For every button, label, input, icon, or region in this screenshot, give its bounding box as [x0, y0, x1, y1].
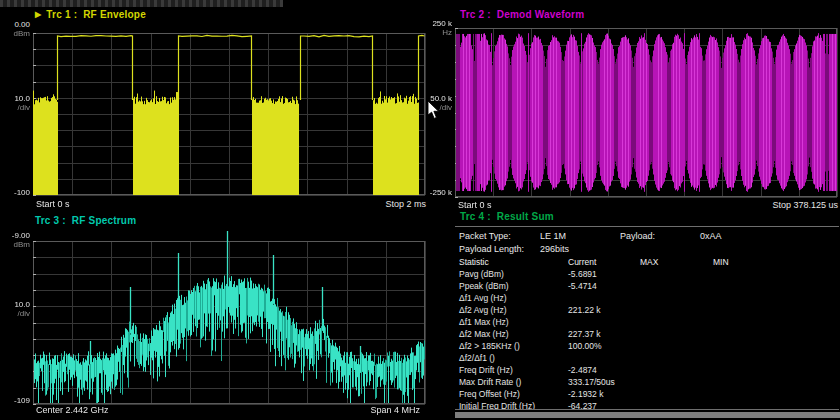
statistic-label: Pavg (dBm) [459, 268, 568, 280]
statistic-header-row: StatisticCurrentMAXMIN [459, 256, 839, 268]
statistic-value [640, 388, 713, 400]
demod-waveform-plot[interactable] [454, 26, 839, 200]
statistic-label: Δf2/Δf1 () [459, 352, 568, 364]
trc3-per-div-unit: /div [2, 309, 30, 318]
statistic-value [640, 400, 713, 410]
trc1-per-div: 10.0 [2, 94, 30, 103]
trc2-start-label: Start 0 s [458, 200, 492, 210]
statistic-value [640, 280, 713, 292]
trc3-ref-level: -9.00 [2, 231, 30, 240]
statistic-value: 333.17/50us [568, 376, 640, 388]
trace2-title: Trc 2 : Demod Waveform [460, 9, 584, 20]
statistic-value [568, 352, 640, 364]
window-texture-strip [0, 0, 283, 7]
statistic-value [713, 376, 839, 388]
trc2-stop-label: Stop 378.125 us [726, 200, 838, 210]
rf-spectrum-plot[interactable] [32, 227, 426, 407]
trc3-center-label: Center 2.442 GHz [36, 405, 109, 415]
info-row: Payload Length:296bits [459, 243, 839, 256]
info-cell: 296bits [540, 243, 620, 256]
statistic-value [640, 292, 713, 304]
trc1-stop-label: Stop 2 ms [336, 199, 426, 209]
mouse-cursor-icon [427, 101, 440, 120]
trc2-min-level: -250 k [424, 188, 452, 197]
info-cell: Payload: [620, 230, 700, 243]
statistic-value: -2.4874 [568, 364, 640, 376]
column-header: Statistic [459, 256, 568, 268]
statistic-label: Δf1 Max (Hz) [459, 316, 568, 328]
trace3-header[interactable]: Trc 3 : RF Spectrum [35, 215, 136, 226]
statistic-label: Δf2 Avg (Hz) [459, 304, 568, 316]
trace4-title: Trc 4 : Result Sum [460, 211, 554, 222]
statistic-label: Δf2 > 185KHz () [459, 340, 568, 352]
statistic-value: -64.237 [568, 400, 640, 410]
statistic-value [640, 328, 713, 340]
trc2-ref-unit: Hz [424, 28, 452, 37]
trc3-span-label: Span 4 MHz [326, 405, 420, 415]
statistic-value [640, 376, 713, 388]
analyzer-screen: ▶Trc 1 : RF Envelope 0.00 dBm 10.0 /div … [0, 0, 840, 420]
statistic-value [713, 352, 839, 364]
statistic-value [713, 400, 839, 410]
column-header: Current [568, 256, 640, 268]
trace1-title: Trc 1 : RF Envelope [46, 9, 146, 20]
statistic-value: 100.00% [568, 340, 640, 352]
table-row: Freq Drift (Hz)-2.4874 [459, 364, 839, 376]
statistic-label: Freq Offset (Hz) [459, 388, 568, 400]
table-row: Δf1 Avg (Hz) [459, 292, 839, 304]
statistic-value [640, 268, 713, 280]
trace4-header[interactable]: Trc 4 : Result Sum [460, 211, 554, 222]
trace-select-marker-icon: ▶ [35, 10, 41, 19]
info-cell: LE 1M [540, 230, 620, 243]
statistic-label: Ppeak (dBm) [459, 280, 568, 292]
statistic-label: Max Drift Rate () [459, 376, 568, 388]
statistic-value [713, 316, 839, 328]
statistic-value [713, 328, 839, 340]
info-cell: 0xAA [700, 230, 839, 243]
table-row: Freq Offset (Hz)-2.1932 k [459, 388, 839, 400]
table-row: Δf1 Max (Hz) [459, 316, 839, 328]
statistic-label: Δf1 Avg (Hz) [459, 292, 568, 304]
statistic-value [713, 292, 839, 304]
table-row: Pavg (dBm)-5.6891 [459, 268, 839, 280]
info-row: Packet Type:LE 1MPayload:0xAA [459, 230, 839, 243]
statistic-value [640, 340, 713, 352]
statistic-value [640, 364, 713, 376]
statistic-value [568, 316, 640, 328]
trc3-per-div: 10.0 [2, 300, 30, 309]
table-row: Δf2 > 185KHz ()100.00% [459, 340, 839, 352]
info-cell [700, 243, 839, 256]
info-cell [620, 243, 700, 256]
rf-envelope-plot[interactable] [32, 26, 426, 198]
trc1-ref-unit: dBm [2, 29, 30, 38]
statistic-value [640, 352, 713, 364]
trc1-per-div-unit: /div [2, 103, 30, 112]
table-row: Δf2 Max (Hz)227.37 k [459, 328, 839, 340]
statistic-value [713, 388, 839, 400]
trc3-min-level: -109 [2, 396, 30, 405]
statistic-value [568, 292, 640, 304]
trace3-title: Trc 3 : RF Spectrum [35, 215, 136, 226]
statistic-value: -2.1932 k [568, 388, 640, 400]
info-cell: Packet Type: [459, 230, 540, 243]
statistic-value [713, 364, 839, 376]
statistic-value [713, 268, 839, 280]
statistic-label: Freq Drift (Hz) [459, 364, 568, 376]
table-row: Δf2 Avg (Hz)221.22 k [459, 304, 839, 316]
info-cell: Payload Length: [459, 243, 540, 256]
statistic-value [713, 304, 839, 316]
statistic-value [640, 304, 713, 316]
trc1-start-label: Start 0 s [36, 199, 70, 209]
statistic-value [713, 340, 839, 352]
trc3-ref-unit: dBm [2, 240, 30, 249]
trace2-header[interactable]: Trc 2 : Demod Waveform [460, 9, 584, 20]
trc1-min-level: -100 [2, 188, 30, 197]
statistic-value [713, 280, 839, 292]
column-header: MIN [713, 256, 839, 268]
table-row: Ppeak (dBm)-5.4714 [459, 280, 839, 292]
trace1-header[interactable]: ▶Trc 1 : RF Envelope [35, 9, 146, 20]
table-row: Max Drift Rate ()333.17/50us [459, 376, 839, 388]
column-header: MAX [640, 256, 713, 268]
statistic-value: 227.37 k [568, 328, 640, 340]
window-bottom-strip [455, 412, 840, 418]
